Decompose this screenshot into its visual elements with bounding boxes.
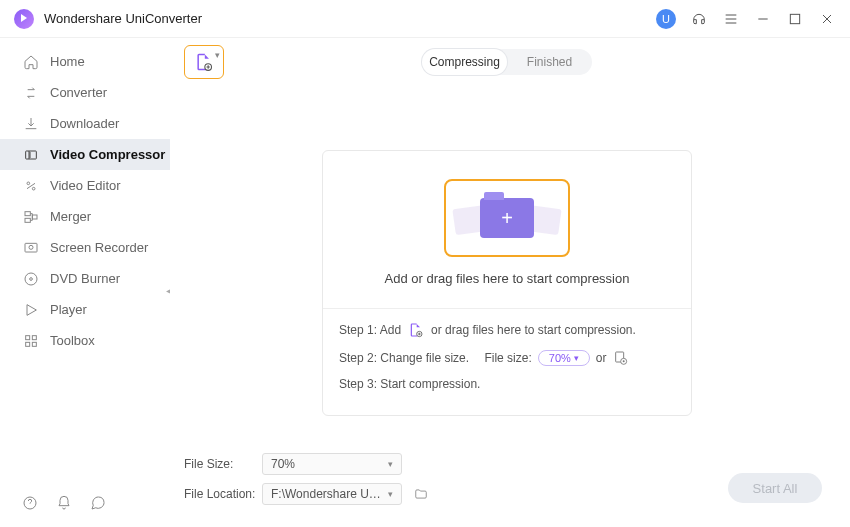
nav-label: Toolbox — [50, 333, 95, 348]
sidebar-item-player[interactable]: Player — [0, 294, 170, 325]
dvd-icon — [22, 270, 40, 288]
add-folder-frame[interactable]: + — [444, 179, 570, 257]
svg-point-9 — [25, 273, 37, 285]
toolbox-icon — [22, 332, 40, 350]
titlebar: Wondershare UniConverter U — [0, 0, 850, 38]
start-all-button[interactable]: Start All — [728, 473, 822, 503]
close-icon[interactable] — [818, 10, 836, 28]
step-1: Step 1: Add or drag files here to start … — [339, 321, 675, 339]
sidebar-item-video-editor[interactable]: Video Editor — [0, 170, 170, 201]
user-avatar[interactable]: U — [656, 9, 676, 29]
nav-label: Home — [50, 54, 85, 69]
step-2: Step 2: Change file size. File size: 70%… — [339, 349, 675, 367]
hamburger-menu-icon[interactable] — [722, 10, 740, 28]
tab-segment: Compressing Finished — [422, 49, 592, 75]
svg-point-2 — [27, 182, 30, 185]
app-logo-icon — [14, 9, 34, 29]
step2-or: or — [596, 351, 607, 365]
editor-icon — [22, 177, 40, 195]
svg-rect-13 — [32, 335, 36, 339]
svg-point-10 — [30, 277, 33, 280]
divider — [323, 308, 691, 309]
main-content: ▾ Compressing Finished + Add or drag fil… — [176, 44, 838, 515]
svg-rect-0 — [790, 14, 799, 23]
support-icon[interactable] — [690, 10, 708, 28]
location-select[interactable]: F:\Wondershare UniConverte▾ — [262, 483, 402, 505]
sidebar-item-video-compressor[interactable]: Video Compressor — [0, 139, 170, 170]
add-file-mini-icon — [407, 321, 425, 339]
nav-label: Player — [50, 302, 87, 317]
svg-rect-15 — [32, 342, 36, 346]
svg-rect-6 — [32, 215, 37, 219]
bell-icon[interactable] — [56, 495, 72, 511]
dropzone[interactable]: + Add or drag files here to start compre… — [322, 150, 692, 416]
compressor-icon — [22, 146, 40, 164]
converter-icon — [22, 84, 40, 102]
location-label: File Location: — [184, 487, 262, 501]
pill-value: 70% — [549, 352, 571, 364]
chevron-down-icon: ▾ — [388, 459, 393, 469]
nav-label: DVD Burner — [50, 271, 120, 286]
start-all-label: Start All — [753, 481, 798, 496]
filesize-label: File Size: — [184, 457, 262, 471]
tab-compressing[interactable]: Compressing — [422, 49, 507, 75]
svg-rect-12 — [26, 335, 30, 339]
sidebar-item-converter[interactable]: Converter — [0, 77, 170, 108]
filesize-pill[interactable]: 70%▾ — [538, 350, 590, 366]
filesize-value: 70% — [271, 457, 295, 471]
sidebar-item-screen-recorder[interactable]: Screen Recorder — [0, 232, 170, 263]
nav-label: Converter — [50, 85, 107, 100]
player-icon — [22, 301, 40, 319]
minimize-icon[interactable] — [754, 10, 772, 28]
sidebar: HomeConverterDownloaderVideo CompressorV… — [0, 38, 170, 527]
dropzone-text: Add or drag files here to start compress… — [385, 271, 630, 286]
sidebar-item-downloader[interactable]: Downloader — [0, 108, 170, 139]
settings-file-icon[interactable] — [612, 349, 630, 367]
nav-label: Video Compressor — [50, 147, 165, 162]
svg-point-8 — [29, 245, 33, 249]
nav-label: Merger — [50, 209, 91, 224]
step3-text: Step 3: Start compression. — [339, 377, 480, 391]
sidebar-item-home[interactable]: Home — [0, 46, 170, 77]
filesize-select[interactable]: 70%▾ — [262, 453, 402, 475]
step-3: Step 3: Start compression. — [339, 377, 675, 391]
nav-label: Downloader — [50, 116, 119, 131]
svg-rect-7 — [25, 243, 37, 252]
chevron-down-icon: ▾ — [574, 353, 579, 363]
svg-point-21 — [623, 360, 625, 362]
chevron-down-icon: ▾ — [215, 50, 220, 60]
merger-icon — [22, 208, 40, 226]
maximize-icon[interactable] — [786, 10, 804, 28]
sidebar-item-dvd-burner[interactable]: DVD Burner — [0, 263, 170, 294]
recorder-icon — [22, 239, 40, 257]
add-file-icon — [194, 52, 214, 72]
help-icon[interactable] — [22, 495, 38, 511]
sidebar-item-merger[interactable]: Merger — [0, 201, 170, 232]
step1-prefix: Step 1: Add — [339, 323, 401, 337]
svg-marker-11 — [27, 304, 36, 315]
sidebar-item-toolbox[interactable]: Toolbox — [0, 325, 170, 356]
tab-finished[interactable]: Finished — [507, 49, 592, 75]
folder-plus-icon: + — [480, 198, 534, 238]
avatar-initial: U — [662, 13, 670, 25]
downloader-icon — [22, 115, 40, 133]
nav-label: Video Editor — [50, 178, 121, 193]
add-file-button[interactable]: ▾ — [184, 45, 224, 79]
nav-label: Screen Recorder — [50, 240, 148, 255]
location-value: F:\Wondershare UniConverte — [271, 487, 381, 501]
step2-prefix: Step 2: Change file size. — [339, 351, 469, 365]
step2-filesize-label: File size: — [484, 351, 531, 365]
footer-bar: File Size: 70%▾ File Location: F:\Wonder… — [184, 451, 830, 507]
step1-suffix: or drag files here to start compression. — [431, 323, 636, 337]
feedback-icon[interactable] — [90, 495, 106, 511]
svg-rect-14 — [26, 342, 30, 346]
svg-rect-4 — [25, 211, 30, 215]
app-title: Wondershare UniConverter — [44, 11, 656, 26]
svg-point-3 — [32, 187, 35, 190]
open-folder-button[interactable] — [412, 486, 430, 502]
chevron-down-icon: ▾ — [388, 489, 393, 499]
home-icon — [22, 53, 40, 71]
svg-rect-5 — [25, 218, 30, 222]
